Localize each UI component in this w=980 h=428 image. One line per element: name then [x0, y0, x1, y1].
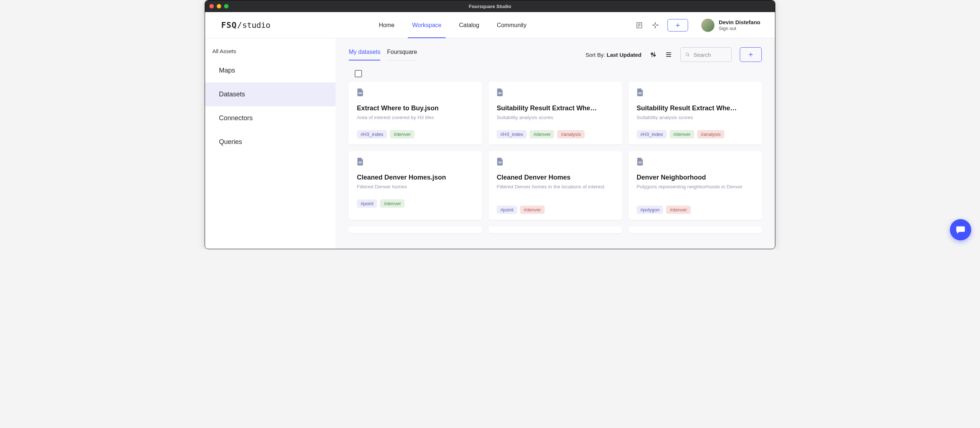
dataset-tag[interactable]: #point [496, 206, 517, 214]
new-button[interactable] [668, 19, 688, 32]
docs-icon[interactable] [635, 21, 643, 29]
list-view-icon[interactable] [665, 51, 672, 58]
dataset-title: Denver Neighborhood [637, 174, 754, 181]
search-box[interactable] [680, 47, 732, 62]
toolbar: Sort By: Last Updated [585, 47, 762, 62]
dataset-card[interactable]: Suitability Result Extract Whe…Suitabili… [488, 82, 622, 144]
svg-rect-21 [359, 92, 362, 93]
svg-rect-30 [498, 163, 502, 163]
logo-fsq: FSQ [221, 21, 237, 30]
sub-tabs: My datasets Foursquare [349, 49, 417, 60]
user-avatar [701, 19, 714, 32]
svg-line-18 [689, 55, 689, 56]
close-window-button[interactable] [209, 4, 214, 8]
dataset-tag[interactable]: #analysis [697, 130, 724, 138]
dataset-tag[interactable]: #H3_index [357, 130, 387, 138]
dataset-title: Cleaned Denver Homes [496, 174, 614, 181]
sidebar-heading: All Assets [205, 43, 336, 59]
dataset-tag[interactable]: #denver [530, 130, 554, 138]
window-title: Foursquare Studio [469, 4, 511, 9]
dataset-tags: #point#denver [496, 206, 614, 214]
sign-out-link[interactable]: Sign out [719, 25, 760, 32]
top-nav: FSQ / studio Home Workspace Catalog Comm… [205, 12, 775, 38]
add-dataset-button[interactable] [740, 47, 762, 62]
file-icon [496, 158, 503, 166]
sidebar: All Assets Maps Datasets Connectors Quer… [205, 38, 336, 249]
window-titlebar: Foursquare Studio [205, 0, 775, 12]
nav-links: Home Workspace Catalog Community [379, 12, 526, 38]
nav-community[interactable]: Community [497, 12, 527, 38]
dataset-title: Extract Where to Buy.json [357, 105, 474, 112]
nav-home[interactable]: Home [379, 12, 395, 38]
svg-rect-25 [638, 92, 641, 93]
dataset-tag[interactable]: #H3_index [496, 130, 527, 138]
dataset-tag[interactable]: #denver [380, 199, 404, 208]
file-icon [496, 88, 503, 97]
dataset-description: Suitability analysis scores [496, 114, 614, 121]
dataset-description: Filtered Denver homes in the locations o… [496, 184, 614, 197]
maximize-window-button[interactable] [224, 4, 229, 8]
dataset-description: Suitability analysis scores [637, 114, 754, 121]
search-input[interactable] [694, 52, 727, 58]
svg-rect-32 [638, 163, 641, 163]
sidebar-item-datasets[interactable]: Datasets [205, 82, 336, 106]
file-icon [637, 88, 643, 97]
search-icon [685, 52, 690, 57]
dataset-description: Area of interest covered by H3 tiles [357, 114, 474, 121]
sidebar-item-queries[interactable]: Queries [205, 130, 336, 154]
dataset-tag[interactable]: #H3_index [637, 130, 667, 138]
dataset-card[interactable]: Cleaned Denver Homes.jsonFiltered Denver… [349, 151, 482, 220]
file-icon [637, 158, 643, 166]
dataset-tags: #H3_index#denver [357, 130, 474, 138]
svg-rect-12 [651, 54, 653, 55]
svg-rect-28 [359, 163, 362, 163]
subtab-foursquare[interactable]: Foursquare [387, 49, 417, 60]
dataset-tag[interactable]: #polygon [637, 206, 663, 214]
chat-support-button[interactable] [950, 219, 971, 240]
sort-by-label: Sort By: [585, 52, 607, 58]
dataset-card[interactable]: Extract Where to Buy.jsonArea of interes… [349, 82, 482, 144]
nav-catalog[interactable]: Catalog [459, 12, 479, 38]
svg-point-17 [686, 53, 689, 56]
file-icon [357, 88, 363, 97]
dataset-title: Cleaned Denver Homes.json [357, 174, 474, 181]
svg-rect-27 [359, 162, 362, 162]
logo-slash: / [237, 21, 242, 30]
svg-rect-6 [652, 25, 655, 25]
dataset-card[interactable]: Suitability Result Extract Whe…Suitabili… [628, 82, 762, 144]
logo-studio: studio [242, 21, 270, 30]
svg-rect-29 [498, 162, 502, 162]
dataset-cards-grid: Extract Where to Buy.jsonArea of interes… [349, 82, 762, 244]
sidebar-item-maps[interactable]: Maps [205, 59, 336, 82]
sort-by-value: Last Updated [607, 52, 641, 58]
sort-by[interactable]: Sort By: Last Updated [585, 52, 641, 58]
main-panel: My datasets Foursquare Sort By: Last Upd… [336, 38, 775, 249]
dataset-card[interactable]: Cleaned Denver HomesFiltered Denver home… [488, 151, 622, 220]
svg-rect-4 [655, 22, 656, 25]
dataset-card[interactable]: Denver NeighborhoodPolygons representing… [628, 151, 762, 220]
slack-icon[interactable] [651, 21, 659, 29]
svg-rect-23 [498, 92, 502, 93]
dataset-tags: #point#denver [357, 199, 474, 208]
dataset-tags: #H3_index#denver#analysis [637, 130, 754, 138]
dataset-card-stub [628, 227, 762, 233]
sidebar-item-connectors[interactable]: Connectors [205, 106, 336, 130]
dataset-tag[interactable]: #denver [666, 206, 690, 214]
subtab-my-datasets[interactable]: My datasets [349, 49, 380, 60]
minimize-window-button[interactable] [217, 4, 221, 8]
select-all-checkbox[interactable] [355, 70, 362, 77]
file-icon [357, 158, 363, 166]
nav-workspace[interactable]: Workspace [412, 12, 442, 38]
filter-icon[interactable] [649, 51, 657, 58]
dataset-tag[interactable]: #point [357, 199, 377, 208]
dataset-tag[interactable]: #denver [520, 206, 545, 214]
dataset-description: Filtered Denver homes [357, 184, 474, 190]
dataset-title: Suitability Result Extract Whe… [637, 105, 754, 112]
app-logo[interactable]: FSQ / studio [221, 21, 270, 30]
dataset-tags: #H3_index#denver#analysis [496, 130, 614, 138]
dataset-tags: #polygon#denver [637, 206, 754, 214]
dataset-tag[interactable]: #denver [390, 130, 414, 138]
dataset-tag[interactable]: #analysis [557, 130, 584, 138]
dataset-tag[interactable]: #denver [670, 130, 694, 138]
user-menu[interactable]: Devin Distefano Sign out [701, 19, 760, 32]
